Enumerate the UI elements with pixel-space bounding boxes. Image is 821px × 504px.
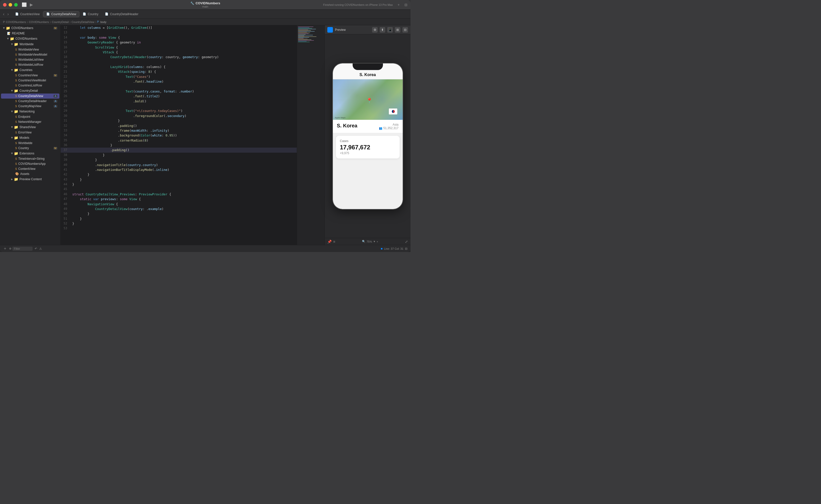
sidebar-item-worldwide-list-view[interactable]: S WorldwideListView — [1, 57, 59, 62]
maximize-icon[interactable]: ⤢ — [405, 240, 408, 244]
tab-country-detail-view[interactable]: 📄 CountryDetailView — [43, 11, 80, 17]
preview-label: Preview — [335, 28, 346, 32]
code-editor[interactable]: 12 let columns = [GridItem(), GridItem()… — [61, 25, 297, 245]
sidebar-item-shared-view-group[interactable]: ▶ 📁 SharedView — [1, 124, 59, 130]
sidebar-item-content-view[interactable]: S ContentView — [1, 166, 59, 171]
countries-list-row-label: CountriesListRow — [18, 84, 57, 87]
code-line-31: 31 } — [61, 118, 297, 123]
breadcrumb-item-5[interactable]: P body — [97, 20, 107, 24]
error-view-label: ErrorView — [18, 131, 57, 134]
swift-icon: S — [15, 84, 17, 87]
sidebar-item-worldwide-model[interactable]: S Worldwide — [1, 141, 59, 146]
bottom-left: ＋ ⊛ ↶ ⚠ — [3, 246, 42, 251]
models-group-label: Models — [19, 136, 57, 140]
preview-settings-button[interactable]: ⚙ — [372, 27, 378, 33]
zoom-out-icon[interactable]: 🔍 — [362, 240, 366, 243]
sidebar-item-countries-view-model[interactable]: S CountriesViewModel — [1, 78, 59, 83]
worldwide-view-label: WorldwideView — [18, 48, 57, 51]
country-population: 👥 51,352,317 — [379, 126, 398, 130]
history-icon[interactable]: ↶ — [35, 247, 37, 250]
fullscreen-button[interactable] — [14, 3, 18, 7]
sidebar-item-endpoint[interactable]: S Endpoint — [1, 114, 59, 119]
run-status: Finished running COVIDNumbers on iPhone … — [323, 3, 393, 6]
preview-device-button[interactable]: 📱 — [387, 27, 393, 33]
sidebar-item-country-model[interactable]: S Country M — [1, 146, 59, 151]
breadcrumb-item-1[interactable]: COVIDNumbers — [6, 20, 26, 24]
sidebar-item-project-root[interactable]: ▶ 📁 COVIDNumbers M — [1, 25, 59, 31]
sidebar-item-countries-group[interactable]: ▶ 📁 Countries — [1, 67, 59, 73]
code-line-35: 35 .cornerRadius(8) — [61, 138, 297, 143]
triangle-icon: ▶ — [11, 69, 13, 71]
preview-share-button[interactable]: ⬆ — [380, 27, 385, 33]
sidebar-toggle-icon[interactable]: ⬜ — [22, 2, 27, 7]
breadcrumb-item-3[interactable]: CountryDetail — [52, 20, 69, 24]
networking-group-label: Networking — [19, 110, 57, 113]
sidebar-item-networking-group[interactable]: ▶ 📁 Networking — [1, 109, 59, 114]
sidebar-item-worldwide-view-model[interactable]: S WorldwideViewModel — [1, 52, 59, 57]
tab-country[interactable]: 📄 Country — [79, 11, 102, 17]
sidebar-item-covidnumbers[interactable]: ▶ 📁 COVIDNumbers — [1, 36, 59, 41]
add-file-button[interactable]: ＋ — [3, 246, 7, 251]
tab-back-button[interactable]: ‹ — [2, 11, 5, 17]
sidebar-item-countries-list-row[interactable]: S CountriesListRow — [1, 83, 59, 88]
preview-play-button[interactable] — [327, 27, 333, 33]
assets-icon: 🎨 — [15, 172, 19, 176]
sidebar-item-time-interval[interactable]: S TimeInterval+String — [1, 156, 59, 161]
code-line-12: 12 let columns = [GridItem(), GridItem()… — [61, 25, 297, 30]
run-button[interactable]: ▶ — [30, 2, 33, 7]
layout-icon[interactable]: ⊟ — [404, 3, 407, 7]
sidebar-item-country-detail-view[interactable]: S CountryDetailView A — [1, 94, 59, 99]
sidebar-item-models-group[interactable]: ▶ 📁 Models — [1, 135, 59, 141]
code-line-25: 25 Text(country.cases, format: .number) — [61, 89, 297, 94]
close-button[interactable] — [3, 3, 7, 7]
tab-country-detail-header[interactable]: 📄 CountryDetailHeader — [102, 11, 142, 17]
sidebar-item-readme[interactable]: 📝 README — [1, 31, 59, 36]
preview-expand-button[interactable]: ⊞ — [395, 27, 400, 33]
sidebar-item-error-view[interactable]: S ErrorView — [1, 130, 59, 135]
code-line-45: 45 — [61, 187, 297, 192]
tab-forward-button[interactable]: › — [6, 11, 10, 17]
filter-icon: ⊛ — [9, 247, 11, 250]
add-tab-icon[interactable]: ＋ — [397, 3, 400, 7]
code-line-42: 42 } — [61, 172, 297, 177]
sidebar-item-country-detail-group[interactable]: ▶ 📁 CountryDetail — [1, 88, 59, 94]
triangle-icon: ▶ — [11, 111, 13, 112]
worldwide-list-row-label: WorldwideListRow — [18, 63, 57, 66]
pin-icon[interactable]: 📌 — [327, 240, 332, 244]
sidebar-item-country-detail-header[interactable]: S CountryDetailHeader A — [1, 99, 59, 104]
sidebar-item-assets[interactable]: 🎨 Assets — [1, 171, 59, 176]
warning-icon[interactable]: ⚠ — [39, 247, 42, 250]
country-detail-view-label: CountryDetailView — [18, 94, 54, 98]
worldwide-list-view-label: WorldwideListView — [18, 58, 57, 61]
swift-icon: S — [15, 53, 17, 56]
tab-countries-view[interactable]: 📄 CountriesView — [12, 11, 43, 17]
code-line-16: 16 ScrollView { — [61, 45, 297, 50]
sidebar-item-preview-content[interactable]: ▶ 📁 Preview Content — [1, 176, 59, 182]
assets-label: Assets — [20, 172, 57, 176]
title-bar: ⬜ ▶ 🔧 COVIDNumbers main Finished running… — [0, 0, 411, 10]
breadcrumb-icon: P — [3, 20, 5, 24]
filter-input[interactable] — [12, 247, 33, 251]
layout-panel-icon[interactable]: ⊟ — [405, 247, 407, 250]
code-line-18: 18 CountryDetailHeader(country: country,… — [61, 55, 297, 59]
minimize-button[interactable] — [9, 3, 12, 7]
sidebar-item-network-manager[interactable]: S NetworkManager — [1, 119, 59, 124]
sidebar-item-worldwide-list-row[interactable]: S WorldwideListRow — [1, 62, 59, 67]
sidebar-item-country-map-view[interactable]: S CountryMapView A — [1, 104, 59, 109]
country-detail-group-label: CountryDetail — [19, 89, 57, 93]
zoom-chevron-icon[interactable]: ▼ — [373, 240, 376, 243]
run-indicator — [381, 248, 382, 249]
swift-icon: S — [15, 120, 17, 123]
breadcrumb-item-2[interactable]: COVIDNumbers — [29, 20, 49, 24]
breadcrumb-item-4[interactable]: CountryDetailView — [72, 20, 94, 24]
sidebar-item-extensions-group[interactable]: ▶ 📁 Extensions — [1, 151, 59, 156]
sidebar-item-countries-view[interactable]: S CountriesView M — [1, 73, 59, 78]
sidebar-item-covidnumbers-app[interactable]: S COVIDNumbersApp — [1, 161, 59, 166]
zoom-in-icon[interactable]: + — [377, 240, 378, 243]
sidebar-item-worldwide-group[interactable]: ▶ 📁 Worldwide — [1, 41, 59, 47]
zoom-control: 🔍 75% ▼ + — [362, 240, 378, 243]
preview-grid-button[interactable]: ⊟ — [402, 27, 408, 33]
code-line-50: 50 } — [61, 211, 297, 216]
list-icon[interactable]: ≡ — [333, 240, 335, 244]
sidebar-item-worldwide-view[interactable]: S WorldwideView — [1, 47, 59, 52]
